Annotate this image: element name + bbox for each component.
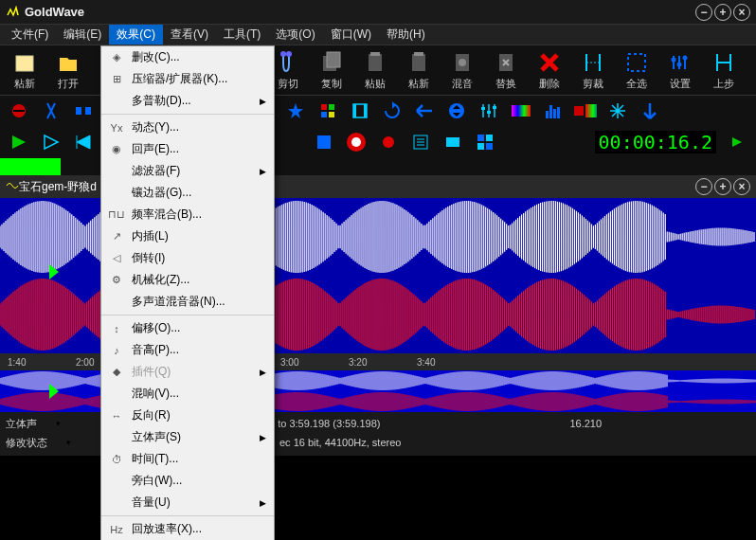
menu-文件[interactable]: 文件(F) [4, 25, 56, 45]
close-button[interactable]: × [733, 4, 750, 21]
circular-arrows-icon[interactable] [381, 99, 404, 122]
toolbar-全选[interactable]: 全选 [618, 49, 656, 91]
menu-item-机械化Z[interactable]: ⚙机械化(Z)... [101, 269, 274, 291]
menu-item-时间T[interactable]: ⏱时间(T)... [101, 448, 274, 470]
range-label: 0 to 3:59.198 (3:59.198) [269, 418, 380, 429]
menu-item-删改C[interactable]: ◈删改(C)... [101, 46, 274, 68]
doc-minimize-button[interactable]: − [695, 178, 712, 195]
svg-rect-12 [628, 54, 645, 71]
menu-效果[interactable]: 效果(C) [109, 25, 163, 45]
svg-rect-45 [486, 143, 493, 150]
svg-rect-43 [486, 135, 493, 141]
menu-帮助[interactable]: 帮助(H) [379, 25, 433, 45]
properties-button[interactable] [409, 131, 432, 153]
toolbar-粘新[interactable]: 粘新 [400, 49, 438, 91]
play-alt-button[interactable] [40, 131, 63, 153]
menu-编辑[interactable]: 编辑(E) [56, 25, 109, 45]
star-icon[interactable] [284, 99, 307, 122]
toolbar-粘贴[interactable]: 粘贴 [356, 49, 394, 91]
device-icon[interactable] [441, 131, 464, 153]
title-bar: GoldWave − + × [0, 0, 756, 25]
ruler-tick: 1:40 [8, 357, 76, 368]
menu-item-回声E[interactable]: ◉回声(E)... [101, 138, 274, 160]
play-button[interactable] [8, 131, 30, 153]
menu-item-混响V[interactable]: 混响(V)... [101, 383, 274, 405]
minimize-button[interactable]: − [695, 4, 712, 21]
window-controls: − + × [695, 4, 750, 21]
effect-icon[interactable] [316, 99, 339, 122]
menu-item-偏移O[interactable]: ↕偏移(O)... [101, 317, 274, 339]
toolbar-粘新[interactable]: 粘新 [6, 49, 44, 91]
menu-item-动态Y[interactable]: Yx动态(Y)... [101, 117, 274, 138]
svg-rect-31 [549, 105, 552, 118]
menu-选项[interactable]: 选项(O) [268, 25, 322, 45]
play-time-button[interactable] [726, 131, 748, 153]
menu-item-立体声S[interactable]: 立体声(S)▶ [101, 426, 274, 448]
menu-item-滤波器F[interactable]: 滤波器(F)▶ [101, 160, 274, 182]
menu-item-镶边器G[interactable]: 镶边器(G)... [101, 182, 274, 204]
svg-rect-35 [585, 104, 597, 117]
updown-icon[interactable] [445, 99, 468, 122]
dropdown-icon[interactable]: ▾ [56, 419, 61, 428]
toolbar-替换[interactable]: 替换 [487, 49, 525, 91]
svg-point-39 [383, 136, 394, 148]
toolbar-打开[interactable]: 打开 [49, 49, 87, 91]
toolbar-剪切[interactable]: 剪切 [269, 49, 307, 91]
effect-icon[interactable] [606, 99, 629, 122]
maximize-button[interactable]: + [714, 4, 731, 21]
menu-item-倒转I[interactable]: ◁倒转(I) [101, 247, 274, 269]
svg-rect-4 [327, 52, 340, 67]
svg-rect-7 [412, 54, 425, 71]
svg-rect-5 [369, 54, 382, 71]
dropdown-icon[interactable]: ▾ [66, 438, 71, 447]
menu-item-反向R[interactable]: ↔反向(R) [101, 405, 274, 426]
effects-menu: ◈删改(C)...⊞压缩器/扩展器(K)...多普勒(D)...▶Yx动态(Y)… [100, 45, 275, 540]
menu-item-压缩器/扩展器K[interactable]: ⊞压缩器/扩展器(K)... [101, 68, 274, 90]
menu-窗口[interactable]: 窗口(W) [323, 25, 379, 45]
effect-icon[interactable] [72, 99, 95, 122]
arrow-left-icon[interactable] [413, 99, 436, 122]
toolbar-剪裁[interactable]: 剪裁 [574, 49, 612, 91]
menu-item-旁白W[interactable]: 旁白(W)... [101, 470, 274, 492]
spectrum-icon[interactable] [510, 99, 532, 122]
toolbar-复制[interactable]: 复制 [313, 49, 351, 91]
menu-item-多普勒D[interactable]: 多普勒(D)...▶ [101, 90, 274, 112]
toolbar-上步[interactable]: 上步 [705, 49, 743, 91]
effect-icon[interactable] [8, 99, 30, 122]
overview-cursor[interactable] [49, 384, 59, 399]
menu-item-多声道混音器N[interactable]: 多声道混音器(N)... [101, 291, 274, 313]
app-icon [6, 6, 19, 19]
toolbar-混音[interactable]: 混音 [443, 49, 481, 91]
toolbar-设置[interactable]: 设置 [661, 49, 699, 91]
bars-icon[interactable] [542, 99, 565, 122]
doc-close-button[interactable]: × [733, 178, 750, 195]
menu-item-内插L[interactable]: ↗内插(L) [101, 225, 274, 247]
menu-item-音高P[interactable]: ♪音高(P)... [101, 339, 274, 361]
menu-item-回放速率X[interactable]: Hz回放速率(X)... [101, 518, 274, 540]
svg-point-2 [286, 51, 292, 57]
arrow-down-icon[interactable] [639, 99, 661, 122]
svg-rect-24 [364, 104, 367, 117]
menu-工具[interactable]: 工具(T) [216, 25, 268, 45]
doc-maximize-button[interactable]: + [714, 178, 731, 195]
svg-point-1 [280, 51, 286, 57]
menu-item-音量U[interactable]: 音量(U)▶ [101, 492, 274, 513]
marker-icon[interactable] [574, 99, 597, 122]
sliders-icon[interactable] [477, 99, 500, 122]
stop-button[interactable] [313, 131, 335, 153]
play-cursor[interactable] [49, 264, 59, 279]
menu-查看[interactable]: 查看(V) [163, 25, 216, 45]
film-icon[interactable] [349, 99, 371, 122]
svg-rect-30 [546, 111, 549, 118]
rewind-button[interactable] [72, 131, 95, 153]
record-button[interactable] [345, 131, 368, 153]
svg-rect-34 [574, 106, 584, 116]
window-title: GoldWave [25, 5, 695, 19]
toolbar-删除[interactable]: 删除 [531, 49, 568, 91]
menu-item-频率混合B[interactable]: ⊓⊔频率混合(B)... [101, 204, 274, 225]
loop-record-button[interactable] [377, 131, 400, 153]
svg-rect-26 [481, 107, 485, 110]
effect-icon[interactable] [40, 99, 63, 122]
ruler-tick: 3:20 [349, 357, 417, 368]
visual-icon[interactable] [474, 131, 496, 153]
